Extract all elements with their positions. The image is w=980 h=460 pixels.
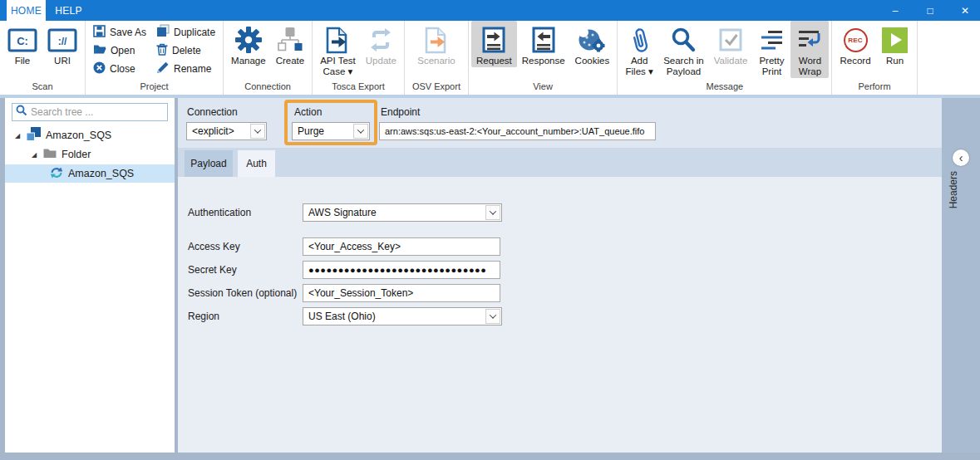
group-label-tosca-export: Tosca Export <box>315 81 401 95</box>
tree-item-folder[interactable]: ◢ Folder <box>5 145 175 164</box>
rename-button[interactable]: Rename <box>156 61 215 76</box>
secret-key-label: Secret Key <box>188 264 237 276</box>
cookie-icon <box>578 24 606 56</box>
action-label: Action <box>294 106 322 118</box>
connection-dropdown[interactable]: <explicit> <box>186 122 267 140</box>
window-frame-bottom <box>0 453 980 460</box>
group-label-view: View <box>471 81 614 95</box>
file-button[interactable]: C: File <box>2 21 42 67</box>
minimize-icon[interactable]: – <box>889 5 902 17</box>
expand-headers-button[interactable]: ‹ <box>953 149 969 166</box>
ribbon-group-tosca-export: API Test Case ▾ Update Tosca Export <box>313 21 405 95</box>
pretty-print-button[interactable]: Pretty Print <box>752 21 790 78</box>
word-wrap-icon <box>797 24 822 56</box>
update-button[interactable]: Update <box>361 21 401 67</box>
search-icon <box>670 24 697 56</box>
region-dropdown[interactable]: US East (Ohio) <box>303 307 502 325</box>
project-icon <box>27 127 41 144</box>
ribbon-group-view: Request Response <box>469 21 618 95</box>
gear-icon <box>234 24 263 56</box>
pencil-icon <box>156 61 170 76</box>
group-label-message: Message <box>620 81 829 95</box>
create-button[interactable]: Create <box>271 21 310 67</box>
request-doc-icon <box>482 24 505 56</box>
run-button[interactable]: Run <box>876 21 914 67</box>
manage-button[interactable]: Manage <box>226 21 271 67</box>
open-button[interactable]: Open <box>93 42 146 58</box>
run-play-icon <box>882 24 908 56</box>
pretty-print-icon <box>759 24 784 56</box>
expander-icon[interactable]: ◢ <box>13 132 22 139</box>
save-as-button[interactable]: Save As <box>93 24 146 40</box>
trash-icon <box>156 43 168 58</box>
payload-auth-tabstrip: Payload Auth <box>178 148 942 177</box>
chevron-down-icon[interactable] <box>353 124 368 139</box>
scenario-button[interactable]: Scenario <box>412 21 460 67</box>
record-button[interactable]: REC Record <box>835 21 875 67</box>
open-folder-icon <box>93 44 106 57</box>
save-icon <box>93 25 106 40</box>
authentication-dropdown[interactable]: AWS Signature <box>303 203 502 222</box>
uri-icon-text: :// <box>58 36 67 47</box>
folder-icon <box>43 148 57 161</box>
update-refresh-icon <box>367 24 394 56</box>
main-panel: Connection <explicit> Action Purge Endpo… <box>178 98 942 453</box>
ribbon-group-scan: C: File :// URI Scan <box>0 21 86 95</box>
request-button[interactable]: Request <box>471 21 517 67</box>
search-in-payload-button[interactable]: Search in Payload <box>658 21 709 78</box>
search-icon <box>16 105 27 120</box>
chevron-down-icon[interactable] <box>485 205 500 220</box>
endpoint-label: Endpoint <box>381 106 420 118</box>
group-label-connection: Connection <box>226 81 309 95</box>
access-key-label: Access Key <box>188 241 240 252</box>
group-label-project: Project <box>88 81 220 95</box>
word-wrap-button[interactable]: Word Wrap <box>790 21 829 78</box>
tab-payload[interactable]: Payload <box>185 150 233 177</box>
cookies-button[interactable]: Cookies <box>570 21 615 67</box>
tab-home[interactable]: HOME <box>7 0 46 21</box>
region-label: Region <box>188 311 219 322</box>
maximize-icon[interactable]: □ <box>923 5 937 17</box>
session-token-label: Session Token (optional) <box>188 287 297 299</box>
add-files-button[interactable]: Add Files ▾ <box>620 21 658 78</box>
chevron-down-icon[interactable] <box>250 124 265 139</box>
session-token-input[interactable]: <Your_Session_Token> <box>303 284 500 302</box>
tab-auth[interactable]: Auth <box>238 150 275 177</box>
validate-button[interactable]: Validate <box>709 21 753 67</box>
response-button[interactable]: Response <box>517 21 570 67</box>
validate-check-icon <box>719 24 742 56</box>
group-label-osv-export: OSV Export <box>407 81 465 95</box>
secret-key-input[interactable]: ●●●●●●●●●●●●●●●●●●●●●●●●●●●●●● <box>303 261 500 279</box>
ribbon-group-project: Save As Open Close <box>86 21 224 95</box>
access-key-input[interactable]: <Your_Access_Key> <box>303 237 500 256</box>
tree-search-box[interactable] <box>12 103 168 121</box>
auth-tab-content: Authentication AWS Signature Access Key … <box>178 177 942 453</box>
response-doc-icon <box>532 24 555 56</box>
search-input[interactable] <box>31 106 164 118</box>
chevron-left-icon: ‹ <box>959 152 963 164</box>
file-c-icon: C: <box>7 24 37 56</box>
ribbon-group-message: Add Files ▾ Search in Payload Validate <box>618 21 832 95</box>
chevron-down-icon[interactable] <box>485 309 500 324</box>
scenario-export-icon <box>424 24 449 56</box>
api-test-case-button[interactable]: API Test Case ▾ <box>315 21 361 78</box>
close-icon[interactable]: ✕ <box>958 5 972 17</box>
duplicate-icon <box>156 24 170 40</box>
connection-label: Connection <box>187 106 238 118</box>
window-controls: – □ ✕ <box>889 0 972 21</box>
uri-button[interactable]: :// URI <box>42 21 82 67</box>
endpoint-input[interactable]: arn:aws:sqs:us-east-2:<Your_account_numb… <box>379 122 656 140</box>
duplicate-button[interactable]: Duplicate <box>156 24 215 40</box>
close-button[interactable]: Close <box>93 61 146 76</box>
tree-item-root[interactable]: ◢ Amazon_SQS <box>5 126 175 144</box>
ribbon-group-osv-export: Scenario OSV Export <box>405 21 469 95</box>
refresh-service-icon <box>50 166 63 182</box>
tree-item-module[interactable]: Amazon_SQS <box>5 164 175 183</box>
authentication-label: Authentication <box>188 207 251 218</box>
tab-help[interactable]: HELP <box>46 0 91 21</box>
expander-icon[interactable]: ◢ <box>30 151 38 159</box>
delete-button[interactable]: Delete <box>156 42 215 58</box>
request-header-bar: Connection <explicit> Action Purge Endpo… <box>178 98 942 148</box>
action-dropdown[interactable]: Purge <box>292 122 370 140</box>
headers-panel-label[interactable]: Headers <box>948 171 974 208</box>
